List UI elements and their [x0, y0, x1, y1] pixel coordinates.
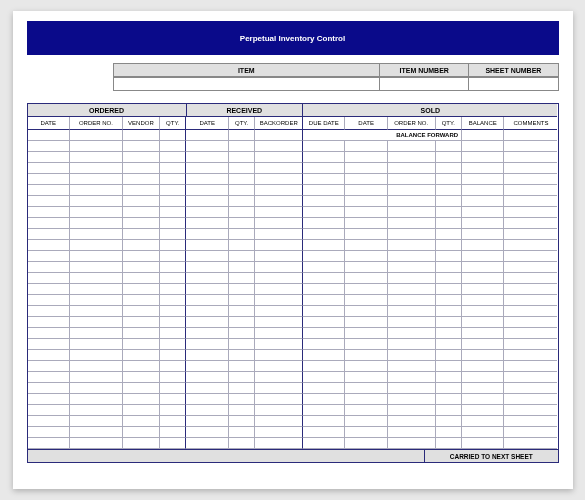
table-cell[interactable] — [28, 152, 70, 163]
table-cell[interactable] — [28, 295, 70, 306]
table-cell[interactable] — [462, 350, 504, 361]
table-cell[interactable] — [388, 218, 436, 229]
table-cell[interactable] — [345, 251, 387, 262]
table-cell[interactable] — [123, 328, 160, 339]
table-cell[interactable] — [436, 405, 463, 416]
table-cell[interactable] — [504, 416, 557, 427]
table-cell[interactable] — [28, 174, 70, 185]
table-cell[interactable] — [229, 328, 256, 339]
table-cell[interactable] — [186, 328, 228, 339]
table-cell[interactable] — [123, 372, 160, 383]
table-cell[interactable] — [345, 284, 387, 295]
table-cell[interactable] — [123, 361, 160, 372]
table-cell[interactable] — [28, 273, 70, 284]
table-cell[interactable] — [504, 141, 557, 152]
table-cell[interactable] — [436, 317, 463, 328]
table-cell[interactable] — [504, 152, 557, 163]
table-cell[interactable] — [303, 273, 345, 284]
table-cell[interactable] — [70, 295, 123, 306]
table-cell[interactable] — [388, 328, 436, 339]
table-cell[interactable] — [160, 339, 187, 350]
table-cell[interactable] — [388, 339, 436, 350]
table-cell[interactable] — [255, 218, 303, 229]
table-cell[interactable] — [303, 306, 345, 317]
table-cell[interactable] — [388, 427, 436, 438]
table-cell[interactable] — [160, 273, 187, 284]
table-cell[interactable] — [186, 229, 228, 240]
table-cell[interactable] — [255, 317, 303, 328]
table-cell[interactable] — [504, 174, 557, 185]
table-cell[interactable] — [70, 163, 123, 174]
table-cell[interactable] — [229, 416, 256, 427]
table-cell[interactable] — [303, 251, 345, 262]
table-cell[interactable] — [229, 262, 256, 273]
table-cell[interactable] — [303, 405, 345, 416]
table-cell[interactable] — [436, 163, 463, 174]
table-cell[interactable] — [345, 218, 387, 229]
table-cell[interactable] — [436, 152, 463, 163]
table-cell[interactable] — [186, 284, 228, 295]
table-cell[interactable] — [229, 405, 256, 416]
table-cell[interactable] — [160, 262, 187, 273]
table-cell[interactable] — [70, 185, 123, 196]
table-cell[interactable] — [123, 174, 160, 185]
table-cell[interactable] — [388, 361, 436, 372]
table-cell[interactable] — [160, 306, 187, 317]
table-cell[interactable] — [70, 328, 123, 339]
table-cell[interactable] — [229, 317, 256, 328]
table-cell[interactable] — [436, 174, 463, 185]
table-cell[interactable] — [186, 416, 228, 427]
table-cell[interactable] — [436, 328, 463, 339]
table-cell[interactable] — [303, 196, 345, 207]
table-cell[interactable] — [436, 438, 463, 449]
table-cell[interactable] — [255, 251, 303, 262]
table-cell[interactable] — [388, 438, 436, 449]
table-cell[interactable] — [436, 185, 463, 196]
table-cell[interactable] — [462, 427, 504, 438]
table-cell[interactable] — [229, 152, 256, 163]
table-cell[interactable] — [28, 218, 70, 229]
table-cell[interactable] — [436, 383, 463, 394]
table-cell[interactable] — [462, 361, 504, 372]
table-cell[interactable] — [28, 207, 70, 218]
table-cell[interactable] — [504, 350, 557, 361]
table-cell[interactable] — [436, 207, 463, 218]
table-cell[interactable] — [28, 339, 70, 350]
table-cell[interactable] — [436, 229, 463, 240]
table-cell[interactable] — [388, 174, 436, 185]
table-cell[interactable] — [70, 361, 123, 372]
table-cell[interactable] — [303, 328, 345, 339]
table-cell[interactable] — [388, 163, 436, 174]
table-cell[interactable] — [229, 185, 256, 196]
table-cell[interactable] — [28, 427, 70, 438]
table-cell[interactable] — [303, 229, 345, 240]
table-cell[interactable] — [123, 339, 160, 350]
table-cell[interactable] — [255, 361, 303, 372]
table-cell[interactable] — [70, 196, 123, 207]
table-cell[interactable] — [70, 405, 123, 416]
table-cell[interactable] — [462, 152, 504, 163]
table-cell[interactable] — [255, 427, 303, 438]
table-cell[interactable] — [160, 317, 187, 328]
table-cell[interactable] — [255, 152, 303, 163]
table-cell[interactable] — [345, 306, 387, 317]
table-cell[interactable] — [303, 295, 345, 306]
table-cell[interactable] — [28, 284, 70, 295]
table-cell[interactable] — [186, 306, 228, 317]
table-cell[interactable] — [388, 196, 436, 207]
table-cell[interactable] — [255, 185, 303, 196]
table-cell[interactable] — [229, 207, 256, 218]
table-cell[interactable] — [303, 262, 345, 273]
table-cell[interactable] — [462, 251, 504, 262]
table-cell[interactable] — [504, 328, 557, 339]
table-cell[interactable] — [388, 383, 436, 394]
table-cell[interactable] — [388, 306, 436, 317]
table-cell[interactable] — [462, 328, 504, 339]
table-cell[interactable] — [388, 284, 436, 295]
table-cell[interactable] — [229, 163, 256, 174]
table-cell[interactable] — [462, 394, 504, 405]
table-cell[interactable] — [504, 361, 557, 372]
table-cell[interactable] — [28, 416, 70, 427]
table-cell[interactable] — [303, 141, 345, 152]
table-cell[interactable] — [462, 141, 504, 152]
